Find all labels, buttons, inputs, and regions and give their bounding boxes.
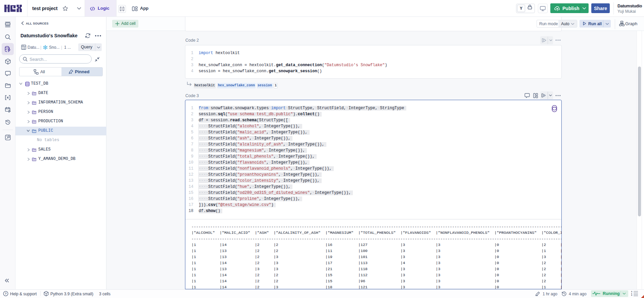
svg-text:?: ? — [5, 292, 7, 295]
